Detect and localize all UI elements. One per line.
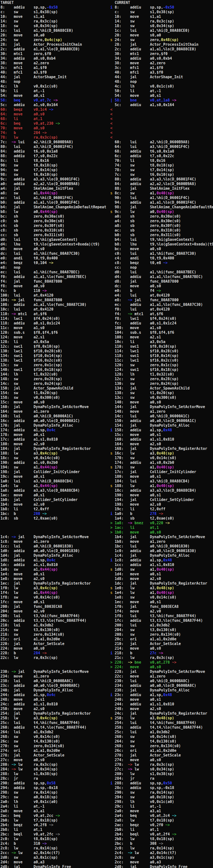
- current-line: 68: addiu t6,s0,0x1a8: [110, 149, 213, 154]
- target-line: 38: move a2,zero: [0, 61, 110, 65]
- target-line: 188: lw a3,0x4c(sp): [0, 451, 110, 456]
- target-line: 2a0: lh v0,0x1c(a0): [0, 800, 110, 804]
- asm-row: 200: jal func_8003ECA8 1f0: jal func_800…: [0, 604, 213, 609]
- current-line: f8: lwc1 $f4,0x24(s0): [110, 316, 213, 321]
- current-line: s 9c: lw a0,0x40(sp): [110, 210, 213, 214]
- target-line: 220: jal Actor_SetScale: [0, 642, 110, 646]
- target-line: 40: mfc1 a3,$f0: [0, 70, 110, 75]
- current-line: 4c: lh v0,0x1c(s0): [110, 84, 213, 89]
- asm-row: 2c0: lw t8,0x18(sp) 2b8: lw t8,0x18(sp): [0, 837, 213, 841]
- current-line: s 1e4: lw a1,0x40(sp): [110, 590, 213, 595]
- current-line: 2c: addiu a1,a1,%lo(D_80A88CE0): [110, 47, 213, 52]
- asm-row: 180: move a2,s0 164: move a2,s0: [0, 442, 213, 446]
- current-line: 118: swc1 $f10,0x14(sp): [110, 353, 213, 358]
- target-line: 1a4: lw a1,0x44(sp): [0, 484, 110, 488]
- current-column-header: CURRENT: [115, 0, 130, 5]
- target-line: [0, 660, 110, 665]
- asm-row: 164: move a1,zero 148: move a1,zero: [0, 409, 213, 414]
- current-line: 278: ~> lw ra,0x3c(sp): [110, 763, 213, 767]
- target-line: 2b0: lw t7,0x18(sp): [0, 818, 110, 823]
- target-line: 280: ~> lw ra,0x3c(sp): [0, 763, 110, 767]
- current-line: 290: sw ra,0x14(sp): [110, 790, 213, 795]
- asm-row: b4: jal SkelAnime_ChangeAnimDefaultRepea…: [0, 205, 213, 210]
- target-line: 7c: ~> lui a2,%hi(D_0600B9A8): [0, 140, 110, 145]
- asm-row: 148: sw zero,0x28(sp) 12c: sw zero,0x28(…: [0, 377, 213, 381]
- asm-row: 188: lw a3,0x4c(sp)s 16c: lw a3,0x48(sp): [0, 451, 213, 456]
- asm-row: 230: ~> jal DynaPolyInfo_SetActorMove 22…: [0, 670, 213, 674]
- target-line: 168: lui a0,%hi(D_06000A1C): [0, 414, 110, 418]
- current-line: c0: lui a1,%hi(func_80A87C30): [110, 251, 213, 256]
- current-line: 138: sw t1,0x20(sp): [110, 391, 213, 395]
- current-line: 1dc: jal DynaPolyInfo_RegisterActor: [110, 581, 213, 586]
- asm-row: 4c: lh v0,0x1c(s0) 4c: lh v0,0x1c(s0): [0, 84, 213, 89]
- target-line: e4: beqz t0,104 ~>: [0, 261, 110, 265]
- current-line: 200: lui a1,0x3db2: [110, 623, 213, 628]
- current-line: 74: sw t8,0x18(sp): [110, 163, 213, 168]
- target-line: d8: move a0,s0: [0, 247, 110, 251]
- asm-row: 1ac: move a0,s1 190: move a0,s1: [0, 493, 213, 498]
- asm-row: 2b8: li at,1 2b0: li at,1: [0, 828, 213, 832]
- target-line: 290: addiu sp,sp,0x58: [0, 781, 110, 785]
- current-line: 1cc: addiu a1,s1,0x810: [110, 563, 213, 567]
- asm-row: 138: lwc1 $f16,0x2c(s0) 11c: lwc1 $f16,0…: [0, 358, 213, 363]
- asm-row: 1d0: addiu a0,a0,%lo(D_06001830) 1c0: ad…: [0, 549, 213, 553]
- current-line: 7c: sw t6,0x10(sp): [110, 173, 213, 177]
- asm-row: 19c: move a0,s1 180: move a0,s1: [0, 474, 213, 479]
- asm-row: 74: b 284 ~><: [0, 130, 213, 135]
- current-line: 13c: sw v0,0x300(s0): [110, 395, 213, 400]
- target-line: 1b8: li t2,0xff: [0, 507, 110, 512]
- asm-row: 184: jal DynaPolyInfo_RegisterActor 168:…: [0, 446, 213, 451]
- asm-row: 9c: addiu a3,a3,%lo(D_06001F4C) 80: addi…: [0, 177, 213, 182]
- asm-row: 8: addiu sp,sp,-0x58i 8: addiu sp,sp,-0x…: [0, 5, 213, 10]
- asm-row: 10c: lui at,0x4120 f0: lui at,0x4120: [0, 307, 213, 312]
- current-line: cc: nop: [110, 265, 213, 270]
- target-line: 110: ~> mtc1 at,$f6: [0, 312, 110, 316]
- current-line: 114: lwc1 $f10,0x28(s0): [110, 349, 213, 353]
- asm-row: 60: beqz v0,1c4 ~><: [0, 107, 213, 112]
- asm-row: 1d8: addiu a1,sp,0x4ci 1c8: addiu a1,sp,…: [0, 558, 213, 563]
- current-line: 11c: lwc1 $f16,0x2c(s0): [110, 358, 213, 363]
- asm-row: 22c: lw ra,0x3c(sp) 21c: lw ra,0x3c(sp): [0, 655, 213, 660]
- current-line: 94: addiu a1,a1,%lo(D_06001F4C): [110, 200, 213, 205]
- target-line: 288: lw s1,0x38(sp): [0, 772, 110, 776]
- target-line: 80: lui a3,%hi(D_06001F4C): [0, 145, 110, 149]
- target-line: 204: move a2,v0: [0, 609, 110, 614]
- asm-row: 21c: ori a1,a1,0x2d0e 20c: ori a1,a1,0x2…: [0, 637, 213, 642]
- asm-row: cc: sb zero,0x311(s0) b0: sb zero,0x311(…: [0, 233, 213, 238]
- target-line: 1d8: addiu a1,sp,0x4c: [0, 558, 110, 563]
- asm-row: 15c: move a0,s0 140: move a0,s0: [0, 400, 213, 405]
- target-line: e0: andi t0,t9,0x400: [0, 256, 110, 261]
- asm-row: 1b0: jal Collider_SetCylinder 194: jal C…: [0, 498, 213, 502]
- current-line: a4: sb zero,0x30e(s0): [110, 219, 213, 223]
- current-line: c: sw s1,0x38(sp): [110, 10, 213, 14]
- asm-row: 2a4: li at,-1 29c: li at,-1: [0, 804, 213, 809]
- current-line: 150: addiu a0,a0,%lo(D_06000A1C): [110, 418, 213, 423]
- current-line: b8: lhu t9,%lo(gSaveContext+0xeda)(t9): [110, 242, 213, 247]
- asm-row: a4: jal SkelAnime_InitFlex 88: jal SkelA…: [0, 186, 213, 191]
- current-line: 2c0: lw ra,0x14(sp): [110, 846, 213, 850]
- asm-row: 20: move s0,a0 20: move s0,a0: [0, 33, 213, 38]
- target-line: 130: lwc1 $f10,0x28(s0): [0, 349, 110, 353]
- asm-row: 2a8: move a3,a1 2a0: move a3,a1: [0, 809, 213, 813]
- current-line: 268: sw zero,0x134(s0): [110, 744, 213, 748]
- target-line: 1a0: lui a3,%hi(D_80A88CB4): [0, 479, 110, 484]
- asm-row: a0: addiu a2,a2,%lo(D_0600B9A8) 84: addi…: [0, 182, 213, 186]
- asm-row: 2bc: beql v0,at,2fc ~> 2b4: beql v0,at,2…: [0, 832, 213, 837]
- current-line: d8: jal func_80A87800: [110, 279, 213, 284]
- asm-row: 64: move a0,s0<: [0, 112, 213, 117]
- current-line: 50: li at,-1: [110, 89, 213, 93]
- asm-row: 228: b 284 ~>i 218: b 27c ~>: [0, 651, 213, 655]
- target-line: 48: nop: [0, 80, 110, 84]
- target-line: 108: addiu a1,a1,%lo(func_80A87C30): [0, 303, 110, 307]
- asm-row: 290: addiu sp,sp,0x58i 288: addiu sp,sp,…: [0, 781, 213, 785]
- target-line: b0: addiu a1,a1,%lo(D_06001F4C): [0, 200, 110, 205]
- current-line: 270: jal Actor_SetScale: [110, 753, 213, 758]
- asm-row: 48: nop 48: nop: [0, 80, 213, 84]
- asm-row: f0: addiu a1,a1,%lo(func_80A87BEC) d4: a…: [0, 275, 213, 279]
- current-line: 238: jal DynaPolyInfo_Alloc: [110, 688, 213, 693]
- asm-row: 2a0: lh v0,0x1c(a0) 298: lh v0,0x1c(a0): [0, 800, 213, 804]
- target-line: 4c: lh v0,0x1c(s0): [0, 84, 110, 89]
- target-line: 100: lui at,0x4120: [0, 293, 110, 298]
- target-line: 20c: addiu t3,t3,%lo(func_80A87F44): [0, 618, 110, 623]
- asm-row: 248: move a0,s1 240: move a0,s1: [0, 698, 213, 702]
